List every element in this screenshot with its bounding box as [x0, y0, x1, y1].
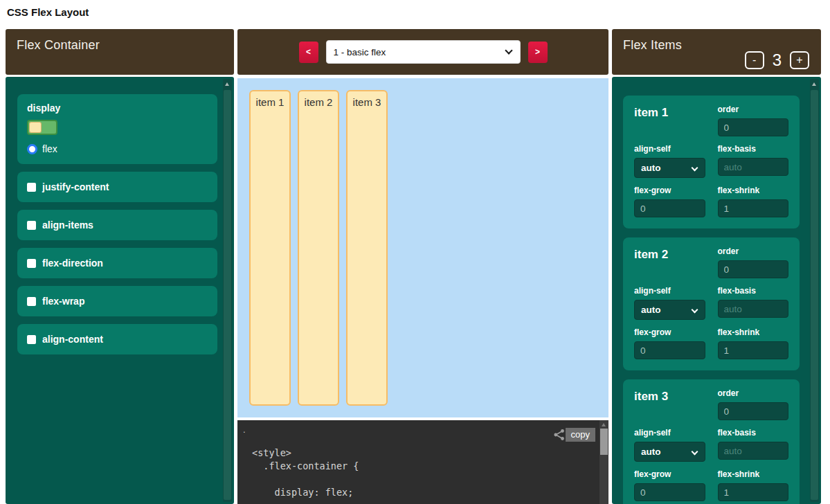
left-scrollbar-thumb[interactable]	[224, 90, 231, 500]
align-content-card[interactable]: align-content	[17, 324, 217, 354]
code-scrollbar[interactable]	[599, 420, 608, 504]
flex-container-header: Flex Container	[6, 29, 234, 75]
item-3-card: item 3 order align-self auto flex-basis	[623, 379, 800, 504]
display-property-card: display flex	[17, 94, 217, 164]
flex-shrink-input[interactable]	[718, 483, 789, 501]
flex-grow-label: flex-grow	[634, 469, 705, 479]
flex-items-title: Flex Items	[623, 38, 682, 53]
code-line: <style>	[252, 447, 588, 460]
flex-wrap-label: flex-wrap	[42, 296, 84, 307]
order-input[interactable]	[718, 402, 789, 420]
scroll-up-icon[interactable]	[812, 82, 816, 86]
justify-content-label: justify-content	[42, 181, 109, 192]
item-count: 3	[773, 51, 782, 70]
align-self-label: align-self	[634, 286, 705, 296]
flex-radio[interactable]	[27, 144, 37, 154]
flex-radio-label: flex	[42, 143, 57, 154]
prev-demo-button[interactable]: <	[299, 42, 318, 63]
code-line: display: flex;	[252, 486, 588, 499]
scroll-up-icon[interactable]	[602, 423, 606, 426]
item-3-title: item 3	[634, 388, 705, 420]
flex-grow-input[interactable]	[634, 483, 705, 501]
flex-shrink-label: flex-shrink	[718, 327, 789, 337]
code-scrollbar-thumb[interactable]	[600, 429, 608, 455]
code-line	[252, 473, 588, 486]
preview-flex-item-1: item 1	[249, 90, 291, 406]
flex-container-body: display flex justify-content align-items	[6, 77, 234, 504]
display-label: display	[27, 102, 208, 114]
next-demo-button[interactable]: >	[528, 42, 548, 63]
scroll-up-icon[interactable]	[225, 82, 229, 86]
share-icon[interactable]	[553, 429, 566, 444]
flex-basis-label: flex-basis	[718, 286, 789, 296]
item-2-title: item 2	[634, 246, 705, 278]
justify-content-card[interactable]: justify-content	[17, 172, 217, 202]
right-scrollbar-thumb[interactable]	[811, 90, 818, 500]
demo-nav-header: < 1 - basic flex >	[237, 29, 608, 75]
left-panel-scrollbar[interactable]	[223, 79, 232, 502]
generated-css-code: <style> .flex-container { display: flex;	[252, 447, 588, 499]
flex-items-body: item 1 order align-self auto flex-basis	[612, 77, 821, 504]
flex-items-panel: Flex Items - 3 + item 1 order align-self	[612, 29, 821, 504]
order-label: order	[718, 105, 789, 114]
flex-direction-checkbox[interactable]	[27, 259, 36, 268]
remove-item-button[interactable]: -	[745, 51, 764, 69]
align-items-checkbox[interactable]	[27, 221, 36, 230]
code-line: .flex-container {	[252, 460, 588, 473]
item-count-stepper: - 3 +	[745, 51, 809, 70]
preview-flex-item-3: item 3	[346, 90, 388, 406]
align-self-label: align-self	[634, 144, 705, 154]
flex-basis-input[interactable]	[718, 300, 789, 318]
flex-grow-label: flex-grow	[634, 186, 705, 195]
flex-items-header: Flex Items - 3 +	[612, 29, 821, 75]
flex-grow-input[interactable]	[634, 199, 705, 217]
align-self-select[interactable]: auto	[634, 300, 705, 320]
flex-preview-area: item 1 item 2 item 3	[237, 78, 608, 417]
toggle-knob	[29, 122, 42, 133]
flex-basis-input[interactable]	[718, 442, 789, 460]
page-title: CSS Flex Layout	[7, 6, 89, 18]
flex-shrink-label: flex-shrink	[718, 186, 789, 195]
add-item-button[interactable]: +	[790, 51, 809, 69]
flex-wrap-card[interactable]: flex-wrap	[17, 286, 217, 316]
display-toggle[interactable]	[27, 120, 57, 135]
flex-shrink-input[interactable]	[718, 199, 789, 217]
order-label: order	[718, 246, 789, 256]
align-items-card[interactable]: align-items	[17, 210, 217, 240]
order-input[interactable]	[718, 260, 789, 278]
right-panel-scrollbar[interactable]	[810, 79, 819, 502]
justify-content-checkbox[interactable]	[27, 183, 36, 192]
align-items-label: align-items	[42, 219, 93, 231]
item-1-title: item 1	[634, 105, 705, 136]
align-content-checkbox[interactable]	[27, 335, 36, 344]
flex-container-title: Flex Container	[17, 38, 100, 53]
flex-basis-label: flex-basis	[718, 428, 789, 438]
flex-direction-card[interactable]: flex-direction	[17, 248, 217, 278]
flex-grow-label: flex-grow	[634, 327, 705, 337]
flex-grow-input[interactable]	[634, 341, 705, 359]
flex-container-panel: Flex Container display flex justify-cont…	[6, 29, 234, 504]
cursor-dot: .	[243, 424, 246, 435]
demo-select[interactable]: 1 - basic flex	[326, 40, 521, 64]
preview-flex-item-2: item 2	[298, 90, 339, 406]
flex-direction-label: flex-direction	[42, 258, 103, 269]
code-panel: . copy <style> .flex-container { display…	[237, 420, 608, 504]
flex-shrink-input[interactable]	[718, 341, 789, 359]
flex-shrink-label: flex-shrink	[718, 469, 789, 479]
flex-basis-input[interactable]	[718, 158, 789, 176]
align-content-label: align-content	[42, 334, 103, 345]
flex-wrap-checkbox[interactable]	[27, 297, 36, 306]
flex-basis-label: flex-basis	[718, 144, 789, 154]
align-self-label: align-self	[634, 428, 705, 438]
order-input[interactable]	[718, 118, 789, 136]
align-self-select[interactable]: auto	[634, 158, 705, 178]
order-label: order	[718, 388, 789, 398]
item-1-card: item 1 order align-self auto flex-basis	[623, 96, 800, 228]
align-self-select[interactable]: auto	[634, 442, 705, 462]
copy-button[interactable]: copy	[566, 428, 595, 442]
item-2-card: item 2 order align-self auto flex-basis	[623, 237, 800, 370]
